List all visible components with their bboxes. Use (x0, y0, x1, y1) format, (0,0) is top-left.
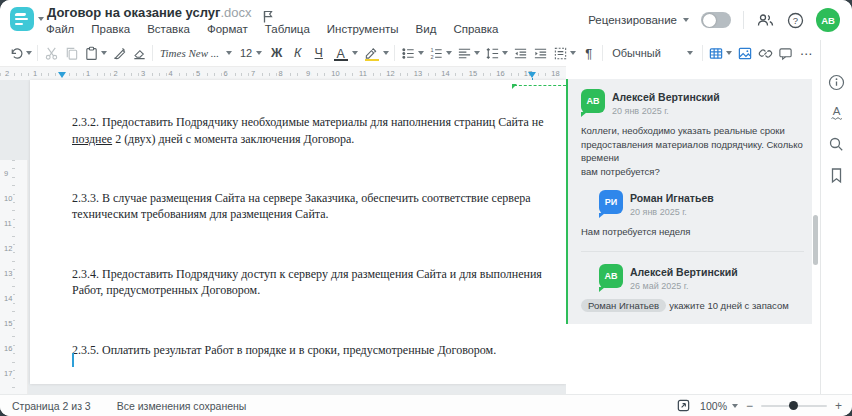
undo-caret-icon[interactable] (26, 51, 32, 55)
fit-width-icon[interactable] (674, 397, 692, 415)
right-sidebar: А (820, 40, 852, 394)
style-value: Обычный (612, 47, 661, 59)
zoom-out-button[interactable]: − (746, 399, 753, 413)
menu-format[interactable]: Формат (207, 23, 248, 35)
align-caret-icon[interactable] (474, 51, 480, 55)
reply2-author: Алексей Вертинский (630, 264, 738, 278)
zoom-slider[interactable] (761, 405, 827, 407)
insert-table-button[interactable] (706, 42, 735, 64)
p232-pre: 2.3.2. Предоставить Подрядчику необходим… (72, 115, 543, 129)
menu-view[interactable]: Вид (416, 23, 437, 35)
paragraph-2-3-3[interactable]: 2.3.3. В случае размещения Сайта на серв… (72, 190, 554, 222)
undo-button[interactable] (6, 42, 34, 64)
highlight-button[interactable] (360, 42, 391, 64)
insert-table-caret-icon[interactable] (726, 51, 732, 55)
review-toggle[interactable] (701, 12, 731, 28)
insert-comment-button[interactable] (776, 42, 796, 64)
indent-marker-left-icon[interactable] (58, 72, 66, 78)
paragraph-settings-caret-icon[interactable] (570, 51, 576, 55)
cut-button[interactable] (41, 42, 61, 64)
ruler-number: 10 (3, 193, 13, 204)
paragraph-2-3-2[interactable]: 2.3.2. Предоставить Подрядчику необходим… (72, 114, 554, 146)
underline-button[interactable]: Ч (308, 42, 329, 64)
italic-label: К (290, 46, 306, 60)
font-color-caret-icon[interactable] (352, 51, 358, 55)
ruler-number: 9 (3, 168, 9, 179)
logo-caret-icon[interactable] (38, 17, 44, 21)
text-cursor (72, 353, 74, 367)
comment-item[interactable]: АВ Алексей Вертинский 20 янв 2025 г. Кол… (581, 89, 804, 178)
paragraph-settings-button[interactable] (550, 42, 578, 64)
ruler-number: 3 (139, 69, 147, 78)
style-select[interactable]: Обычный (606, 42, 699, 64)
paragraph-2-3-4[interactable]: 2.3.4. Предоставить Подрядчику доступ к … (72, 266, 554, 298)
format-painter-icon[interactable] (109, 42, 129, 64)
line-spacing-button[interactable] (482, 42, 510, 64)
menu-edit[interactable]: Правка (91, 23, 130, 35)
menu-file[interactable]: Файл (46, 23, 74, 35)
pilcrow-button[interactable]: ¶ (578, 42, 599, 64)
mention-chip[interactable]: Роман Игнатьев (581, 299, 666, 312)
paragraph-2-3-5[interactable]: 2.3.5. Оплатить результат Работ в порядк… (72, 342, 554, 358)
font-family-select[interactable]: Times New ... (156, 42, 236, 64)
highlight-caret-icon[interactable] (383, 51, 389, 55)
search-icon[interactable] (828, 135, 846, 153)
document-page[interactable]: 2.3.2. Предоставить Подрядчику необходим… (30, 80, 566, 384)
comment-avatar: АВ (581, 89, 605, 113)
numbered-list-button[interactable]: 12 (426, 42, 454, 64)
collaborators-icon[interactable] (756, 11, 774, 29)
document-title-text: Договор на оказание услуг (47, 5, 220, 20)
insert-link-button[interactable] (756, 42, 776, 64)
review-mode-label: Рецензирование (588, 14, 677, 26)
zoom-caret-icon (732, 404, 738, 408)
vertical-ruler[interactable]: 91011121314151617181920 (0, 160, 28, 416)
line-spacing-caret-icon[interactable] (502, 51, 508, 55)
bookmark-icon[interactable] (828, 166, 846, 184)
decrease-indent-button[interactable] (510, 42, 530, 64)
horizontal-ruler[interactable]: 21 123456789101112131415161718 (0, 66, 570, 80)
zoom-select[interactable]: 100% (700, 400, 738, 412)
svg-text:?: ? (792, 15, 797, 26)
paste-caret-icon[interactable] (101, 51, 107, 55)
comment-thread-card[interactable]: АВ Алексей Вертинский 20 янв 2025 г. Кол… (566, 79, 812, 324)
menu-table[interactable]: Таблица (265, 23, 310, 35)
svg-text:А: А (833, 105, 841, 117)
spellcheck-icon[interactable]: А (828, 104, 846, 122)
help-icon[interactable]: ? (786, 11, 804, 29)
reply-text: Нам потребуется неделя (581, 225, 804, 239)
p232-post: 2 (двух) дней с момента заключения Догов… (112, 132, 354, 146)
menu-help[interactable]: Справка (453, 23, 498, 35)
font-size-select[interactable]: 12 (236, 42, 266, 64)
numbered-list-caret-icon[interactable] (446, 51, 452, 55)
user-avatar[interactable]: АВ (816, 8, 840, 32)
insert-image-button[interactable] (735, 42, 756, 64)
document-text[interactable]: 2.3.2. Предоставить Подрядчику необходим… (72, 82, 554, 416)
bold-button[interactable]: Ж (266, 42, 287, 64)
menu-insert[interactable]: Вставка (147, 23, 190, 35)
review-mode-select[interactable]: Рецензирование (588, 14, 689, 26)
font-color-button[interactable]: А (329, 42, 360, 64)
p232-commented-text[interactable]: позднее (72, 132, 112, 146)
app-logo-icon[interactable] (10, 7, 34, 31)
paste-button[interactable] (81, 42, 109, 64)
zoom-slider-thumb[interactable] (789, 401, 798, 410)
align-button[interactable] (454, 42, 482, 64)
ruler-number: 10 (329, 69, 341, 78)
indent-marker-right-icon[interactable] (528, 72, 536, 78)
info-icon[interactable] (828, 73, 846, 91)
bullet-list-button[interactable] (398, 42, 426, 64)
increase-indent-button[interactable] (530, 42, 550, 64)
comment-reply[interactable]: РИ Роман Игнатьев 20 янв 2025 г. (599, 190, 804, 217)
comments-scrollbar[interactable] (813, 215, 818, 265)
zoom-in-button[interactable]: + (835, 399, 842, 413)
page-indicator[interactable]: Страница 2 из 3 (12, 400, 91, 412)
bullet-list-caret-icon[interactable] (418, 51, 424, 55)
menu-tools[interactable]: Инструменты (327, 23, 399, 35)
copy-button[interactable] (61, 42, 81, 64)
toolbar-more-button[interactable]: ⋯ (796, 42, 817, 64)
clear-formatting-icon[interactable] (129, 42, 149, 64)
menu-bar: Файл Правка Вставка Формат Таблица Инстр… (46, 23, 499, 35)
italic-button[interactable]: К (287, 42, 308, 64)
more-glyph: ⋯ (798, 46, 814, 61)
comment-reply-2[interactable]: АВ Алексей Вертинский 26 май 2025 г. (599, 264, 804, 291)
